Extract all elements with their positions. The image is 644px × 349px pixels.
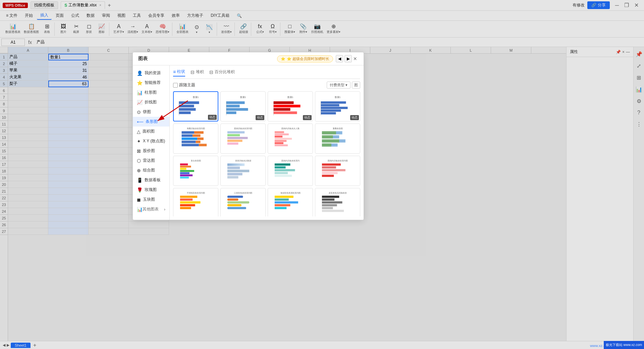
svg-rect-89	[180, 204, 195, 206]
chart-thumb-5[interactable]: 堆叠消食炎状系列图	[173, 123, 218, 154]
svg-rect-13	[274, 101, 294, 104]
svg-text:重叠条形图: 重叠条形图	[333, 128, 343, 130]
area-chart-icon: △	[137, 129, 141, 134]
nav-column-chart[interactable]: 📊 柱形图	[133, 88, 169, 97]
column-chart-label: 柱形图	[145, 90, 157, 95]
follow-theme-checkbox[interactable]	[173, 83, 178, 88]
svg-text:渐渐消食炎从数据: 渐渐消食炎从数据	[235, 160, 251, 162]
nav-radar-chart[interactable]: ⬡ 雷达图	[133, 156, 169, 165]
bar-chart-label: 条形图	[146, 119, 158, 124]
chart-thumb-1[interactable]: 数量1 动态	[173, 91, 218, 121]
svg-rect-56	[322, 139, 339, 142]
chart-thumb-2[interactable]: 数量1 动态	[220, 91, 266, 121]
svg-rect-69	[227, 166, 240, 169]
svg-rect-43	[275, 131, 284, 133]
svg-rect-83	[322, 172, 338, 174]
svg-rect-27	[194, 131, 204, 134]
dialog-nav-prev[interactable]: ◀	[336, 55, 343, 62]
svg-text:数量1: 数量1	[193, 96, 199, 98]
premium-icon: ⭐	[281, 57, 285, 61]
premium-badge[interactable]: ⭐ ⭐ 超级会员限时加赠时长	[277, 55, 333, 62]
chart-thumb-10[interactable]: 渐渐消食炎从数据	[220, 156, 266, 186]
nav-my-resources[interactable]: 👤 我的资源	[133, 68, 169, 78]
dialog-close-button[interactable]: ×	[352, 55, 358, 62]
svg-rect-30	[182, 138, 198, 140]
nav-smart-recommend[interactable]: ⭐ 智能推荐	[133, 78, 169, 88]
chart-svg-4: 数量1	[317, 95, 359, 118]
icon-view-button[interactable]: 图	[352, 82, 360, 89]
nav-bar-chart[interactable]: ⟵ 条形图	[133, 117, 169, 127]
chart-thumb-11[interactable]: 图例内消食炎状系列	[268, 156, 313, 186]
nav-area-chart[interactable]: △ 面积图	[133, 127, 169, 136]
svg-rect-71	[227, 173, 243, 175]
nav-scatter-chart[interactable]: ✦ X Y (散点图)	[133, 136, 169, 146]
more-charts-icon: 📊	[137, 207, 143, 212]
stock-chart-label: 股价图	[143, 148, 155, 154]
combo-chart-icon: ⊕	[137, 168, 141, 173]
svg-rect-94	[227, 201, 249, 204]
chart-thumb-3[interactable]: 数量1 动态	[268, 91, 313, 121]
svg-rect-8	[226, 105, 240, 107]
nav-rose-chart[interactable]: 🌹 玫瑰图	[133, 185, 169, 195]
svg-rect-14	[274, 105, 301, 107]
chart-thumb-7[interactable]: 图例内消食炎从人数	[268, 123, 313, 154]
more-charts-label: 其他图表	[143, 206, 159, 212]
chart-thumb-16[interactable]: 多彩单色无间隔条形	[315, 188, 360, 216]
chart-thumbnails-grid: 数量1 动态 数量1	[173, 91, 360, 216]
svg-rect-88	[180, 201, 201, 204]
nav-treemap-chart[interactable]: ◼ 玉块图	[133, 195, 169, 204]
svg-rect-32	[182, 141, 196, 143]
rose-chart-label: 玫瑰图	[145, 187, 157, 193]
svg-rect-19	[321, 101, 346, 104]
chart-thumb-8[interactable]: 重叠条形图	[315, 123, 360, 154]
svg-rect-100	[275, 201, 298, 204]
nav-stock-chart[interactable]: ⊠ 股价图	[133, 146, 169, 156]
svg-rect-15	[274, 108, 290, 111]
chart-thumb-12[interactable]: 图例内消食炎状系列图	[315, 156, 360, 186]
tab-stacked-bar[interactable]: ⊟ 堆积	[191, 69, 204, 77]
dialog-nav-next[interactable]: ▶	[344, 55, 352, 62]
svg-rect-86	[180, 196, 197, 198]
chart-thumb-15[interactable]: 海绿彩色填满状系列图	[268, 188, 313, 216]
dialog-body: 👤 我的资源 ⭐ 智能推荐 📊 柱形图 📈 折线图 ⊙ 饼图 ⟵ 条形图	[133, 65, 364, 220]
chart-thumb-13[interactable]: 平滑线型条形系列图	[173, 188, 218, 216]
nav-pie-chart[interactable]: ⊙ 饼图	[133, 107, 169, 117]
svg-text:数量1: 数量1	[240, 96, 246, 98]
nav-dashboard[interactable]: 📱 数据看板	[133, 175, 169, 185]
chart-subtype-tabs: ≡ 柱状 ⊟ 堆积 ⊟ 百分比堆积	[173, 69, 360, 79]
svg-rect-75	[275, 166, 286, 168]
combo-chart-label: 组合图	[143, 167, 155, 173]
tab-basic-bar[interactable]: ≡ 柱状	[173, 69, 185, 77]
svg-rect-10	[226, 111, 236, 114]
svg-rect-109	[322, 210, 344, 212]
svg-rect-29	[193, 134, 200, 137]
nav-line-chart[interactable]: 📈 折线图	[133, 97, 169, 107]
chart-svg-16: 多彩单色无间隔条形	[317, 191, 359, 215]
svg-rect-78	[275, 175, 292, 177]
dashboard-icon: 📱	[137, 178, 143, 183]
svg-rect-62	[180, 168, 186, 170]
svg-rect-58	[322, 143, 331, 146]
tab-percent-bar[interactable]: ⊟ 百分比堆积	[209, 69, 235, 77]
chart-svg-5: 堆叠消食炎状系列图	[175, 127, 217, 150]
svg-rect-3	[179, 108, 196, 111]
svg-rect-7	[226, 101, 245, 104]
chart-thumb-9[interactable]: 复合条形图	[173, 156, 218, 186]
nav-more-charts[interactable]: 📊 其他图表 ›	[133, 204, 169, 214]
chart-thumb-14[interactable]: 口形彩色条形系列图	[220, 188, 266, 216]
svg-rect-41	[227, 143, 238, 145]
badge-1: 动态	[208, 115, 217, 120]
dashboard-label: 数据看板	[145, 177, 161, 183]
smart-recommend-icon: ⭐	[137, 80, 143, 86]
svg-text:数量1: 数量1	[335, 96, 341, 98]
scatter-chart-label: X Y (散点图)	[143, 138, 165, 144]
pay-type-button[interactable]: 付费类型 ▾	[327, 82, 351, 89]
svg-rect-16	[274, 111, 297, 114]
chart-svg-13: 平滑线型条形系列图	[175, 191, 217, 215]
chart-thumb-4[interactable]: 数量1 动态	[315, 91, 360, 121]
nav-combo-chart[interactable]: ⊕ 组合图	[133, 165, 169, 175]
area-chart-label: 面积图	[143, 129, 155, 134]
svg-rect-107	[322, 204, 337, 206]
chart-thumb-6[interactable]: 图例消食炎状系列图	[220, 123, 266, 154]
svg-rect-106	[322, 201, 342, 204]
